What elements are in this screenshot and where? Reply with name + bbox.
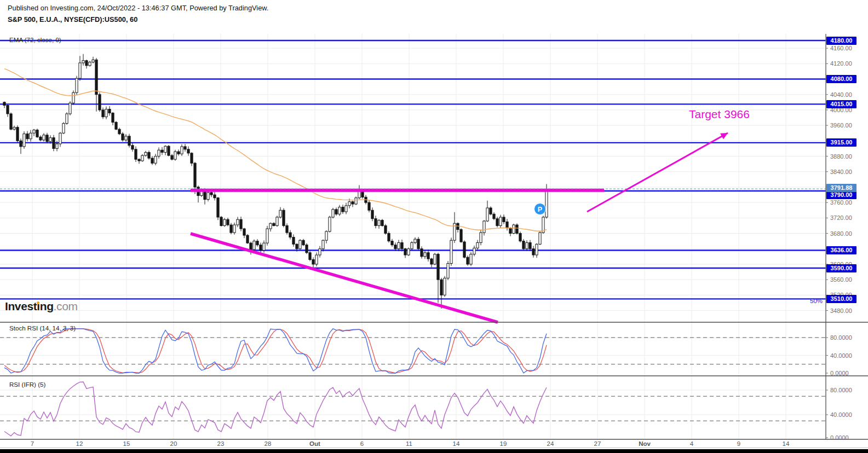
ema-indicator-label[interactable]: EMA (72, close, 0) xyxy=(9,36,61,43)
plot-p-marker[interactable]: P xyxy=(534,203,546,215)
price-axis-tick: 3960.00 xyxy=(830,122,852,129)
price-level-badge[interactable]: 4080.00 xyxy=(826,75,856,83)
rsi-indicator-label[interactable]: RSI (IFR) (5) xyxy=(9,381,45,388)
stoch-rsi-indicator-label[interactable]: Stoch RSI (14, 14, 3, 3) xyxy=(9,324,76,332)
time-axis-label: 7 xyxy=(31,440,34,447)
published-line: Published on Investing.com, 24/Oct/2022 … xyxy=(8,4,268,12)
price-axis-tick: 3480.00 xyxy=(830,307,852,314)
time-axis-label: 23 xyxy=(217,440,225,447)
time-axis-label: 6 xyxy=(360,440,364,447)
time-axis-label: 14 xyxy=(453,440,460,447)
price-axis-tick: 3880.00 xyxy=(830,153,852,160)
symbol-title: S&P 500, E.U.A., NYSE(CFD):US500, 60 xyxy=(8,15,137,24)
time-axis-label: 12 xyxy=(76,440,83,447)
time-axis-label: 4 xyxy=(690,440,693,447)
investing-logo-orange-dot xyxy=(37,301,39,304)
chart-canvas[interactable] xyxy=(0,0,868,453)
time-axis-label: Out xyxy=(309,440,320,447)
price-level-badge[interactable]: 3790.00 xyxy=(826,191,856,199)
indicator-axis-tick: 0.0000 xyxy=(830,434,849,441)
indicator-axis-tick: 80.0000 xyxy=(830,387,852,393)
price-axis-tick: 3720.00 xyxy=(830,214,852,221)
price-level-badge[interactable]: 4015.00 xyxy=(826,100,856,108)
investing-logo-word: Investing xyxy=(5,300,54,312)
price-level-badge[interactable]: 3510.00 xyxy=(826,295,856,303)
price-axis-tick: 4160.00 xyxy=(830,45,852,51)
indicator-axis-tick: 0.0000 xyxy=(830,370,849,376)
time-axis-label: 15 xyxy=(123,440,130,447)
price-level-badge[interactable]: 3915.00 xyxy=(826,138,856,147)
price-axis-tick: 4040.00 xyxy=(830,91,852,98)
investing-logo-suffix: .com xyxy=(54,300,78,312)
price-axis-tick: 3680.00 xyxy=(830,230,852,237)
indicator-axis-tick: 40.0000 xyxy=(830,352,852,359)
indicator-axis-tick: 40.0000 xyxy=(830,411,852,418)
chart-window: Published on Investing.com, 24/Oct/2022 … xyxy=(0,0,868,453)
time-axis-label: 27 xyxy=(594,440,601,447)
time-axis-label: 11 xyxy=(406,440,412,447)
price-level-badge[interactable]: 3636.00 xyxy=(826,246,856,254)
price-axis-tick: 3760.00 xyxy=(830,199,852,206)
investing-logo: Investing.com xyxy=(5,300,78,313)
price-axis-tick: 3560.00 xyxy=(830,276,852,283)
time-axis-label: 24 xyxy=(547,440,554,447)
time-axis-label: 20 xyxy=(170,440,177,447)
price-axis-tick: 4120.00 xyxy=(830,60,852,67)
price-axis-tick: 3840.00 xyxy=(830,169,852,175)
time-axis-label: 28 xyxy=(265,440,272,447)
bottom-black-bar xyxy=(0,449,868,453)
indicator-axis-tick: 80.0000 xyxy=(830,334,852,341)
time-axis-label: Nov xyxy=(639,440,651,447)
price-level-badge[interactable]: 3590.00 xyxy=(826,264,856,272)
current-price-badge[interactable]: 3791.88 xyxy=(826,184,856,192)
time-axis-label: 14 xyxy=(783,440,790,447)
time-axis-label: 9 xyxy=(737,440,740,447)
target-annotation[interactable]: Target 3966 xyxy=(689,108,750,121)
time-axis-label: 19 xyxy=(500,440,507,447)
fib-50-percent-label: 50% xyxy=(810,298,823,304)
price-level-badge[interactable]: 4180.00 xyxy=(826,37,856,45)
